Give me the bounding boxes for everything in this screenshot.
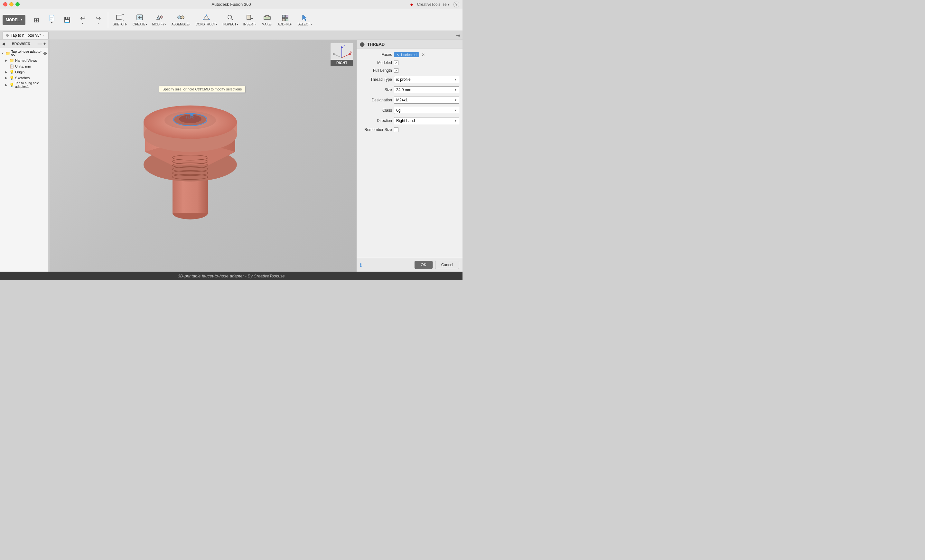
designation-dropdown[interactable]: M24x1 ▼: [394, 96, 459, 104]
browser-collapse-icon[interactable]: ◀: [2, 42, 5, 46]
size-text: 24.0 mm: [396, 87, 411, 92]
svg-point-7: [178, 16, 181, 19]
size-row: Size 24.0 mm ▼: [360, 86, 459, 93]
svg-rect-25: [285, 18, 288, 21]
grid-icon: ⊞: [34, 17, 39, 23]
size-value: 24.0 mm ▼: [394, 86, 459, 93]
remember-size-value: [394, 128, 459, 132]
faces-value-container: ↖ 1 selected ✕: [394, 52, 459, 57]
model-menu-arrow: ▾: [21, 18, 22, 21]
construct-button[interactable]: CONSTRUCT ▾: [194, 12, 220, 27]
minimize-window-button[interactable]: [9, 2, 14, 6]
create-button[interactable]: CREATE ▾: [131, 12, 149, 27]
class-arrow: ▼: [454, 109, 457, 112]
sketch-label: SKETCH ▾: [113, 23, 128, 26]
model-menu-button[interactable]: MODEL ▾: [3, 15, 26, 25]
tree-item-units[interactable]: ▶ 📋 Units: mm: [0, 63, 48, 69]
tree-item-sketches[interactable]: ▶ 💡 Sketches: [0, 75, 48, 81]
tree-item-named-views[interactable]: ▶ 📁 Named Views: [0, 57, 48, 63]
account-button[interactable]: CreativeTools .se ▾: [417, 2, 450, 7]
titlebar-right-controls: ● CreativeTools .se ▾ ?: [410, 2, 459, 8]
svg-line-10: [206, 15, 209, 20]
full-length-row: Full Length: [360, 68, 459, 73]
insert-button[interactable]: INSERT ▾: [241, 12, 259, 27]
direction-dropdown[interactable]: Right hand ▼: [394, 117, 459, 124]
make-button[interactable]: MAKE ▾: [260, 12, 274, 27]
tree-item-origin[interactable]: ▶ 💡 Origin: [0, 69, 48, 75]
thread-type-dropdown[interactable]: ic profile ▼: [394, 76, 459, 83]
active-tab[interactable]: Tap to h...ptor v5* ×: [3, 32, 48, 39]
class-row: Class 6g ▼: [360, 107, 459, 114]
browser-minimize-icon[interactable]: —: [38, 41, 42, 46]
svg-marker-19: [251, 18, 253, 20]
addins-icon: [281, 14, 289, 22]
create-label: CREATE ▾: [133, 23, 147, 26]
svg-point-6: [160, 16, 163, 18]
modeled-checkbox[interactable]: [394, 60, 398, 65]
class-value: 6g ▼: [394, 107, 459, 114]
class-dropdown[interactable]: 6g ▼: [394, 107, 459, 114]
thread-type-arrow: ▼: [454, 78, 457, 81]
assemble-button[interactable]: ASSEMBLE ▾: [170, 12, 193, 27]
title-bar: Autodesk Fusion 360 ● CreativeTools .se …: [0, 0, 462, 9]
direction-label: Direction: [360, 119, 392, 123]
close-window-button[interactable]: [3, 2, 8, 6]
svg-text:RIGHT: RIGHT: [336, 61, 348, 65]
app-title: Autodesk Fusion 360: [211, 2, 251, 7]
sketch-button[interactable]: SKETCH ▾: [111, 12, 130, 27]
designation-row: Designation M24x1 ▼: [360, 96, 459, 104]
file-button[interactable]: 📄 ▾: [45, 14, 59, 26]
record-button[interactable]: ●: [410, 2, 413, 8]
full-length-checkbox[interactable]: [394, 68, 398, 73]
svg-rect-21: [265, 15, 269, 17]
direction-arrow: ▼: [454, 119, 457, 122]
tree-item-part[interactable]: ▶ 💡 Tap to bung hole adapter:1: [0, 81, 48, 89]
modeled-value: [394, 60, 459, 65]
modify-button[interactable]: MODIFY ▾: [150, 12, 168, 27]
undo-button[interactable]: ↩ ▾: [75, 14, 90, 26]
help-button[interactable]: ?: [453, 2, 459, 8]
file-arrow: ▾: [51, 21, 53, 24]
faces-selected-badge[interactable]: ↖ 1 selected: [394, 52, 419, 57]
tab-expand-button[interactable]: ⇥: [456, 33, 460, 38]
sketches-icon: 💡: [9, 76, 14, 80]
dialog-buttons: OK Cancel: [414, 261, 459, 269]
svg-text:Z: Z: [343, 44, 345, 48]
svg-text:X: X: [350, 50, 352, 53]
cancel-button[interactable]: Cancel: [435, 261, 459, 269]
tree-name-named-views: Named Views: [15, 59, 47, 62]
modeled-row: Modeled: [360, 60, 459, 65]
ok-button[interactable]: OK: [414, 261, 432, 269]
addins-button[interactable]: ADD-INS ▾: [276, 12, 294, 27]
redo-button[interactable]: ↪ ▾: [91, 14, 105, 26]
select-button[interactable]: SELECT ▾: [296, 12, 314, 27]
undo-icon: ↩: [80, 15, 86, 21]
viewport[interactable]: 11.942 Specify size, or hold Ctrl/CMD to…: [50, 40, 356, 272]
svg-point-63: [333, 53, 335, 55]
tree-name-part: Tap to bung hole adapter:1: [15, 81, 47, 89]
model-label: MODEL: [6, 18, 20, 22]
class-text: 6g: [396, 108, 401, 113]
browser-expand-icon[interactable]: +: [44, 41, 46, 46]
bottom-text: 3D-printable faucet-to-hose adapter - By…: [178, 274, 285, 278]
svg-point-12: [206, 15, 207, 16]
inspect-button[interactable]: INSPECT ▾: [220, 12, 240, 27]
direction-text: Right hand: [396, 119, 415, 123]
svg-rect-23: [285, 15, 288, 18]
size-dropdown[interactable]: 24.0 mm ▼: [394, 86, 459, 93]
faces-clear-button[interactable]: ✕: [422, 53, 425, 57]
maximize-window-button[interactable]: [15, 2, 20, 6]
remember-size-row: Remember Size: [360, 128, 459, 132]
insert-icon: [246, 14, 254, 22]
inspect-icon: [226, 14, 235, 22]
tree-item-root[interactable]: ▼ 📁 Tap to hose adaptor v5: [0, 49, 48, 57]
tab-close-button[interactable]: ×: [43, 33, 45, 37]
svg-rect-17: [247, 15, 251, 20]
select-icon: [301, 14, 309, 22]
info-button[interactable]: ℹ: [360, 262, 362, 268]
grid-button[interactable]: ⊞: [29, 15, 44, 24]
assemble-label: ASSEMBLE ▾: [172, 23, 191, 26]
redo-arrow: ▾: [98, 22, 99, 25]
remember-size-checkbox[interactable]: [394, 128, 398, 132]
save-button[interactable]: 💾: [60, 16, 74, 24]
